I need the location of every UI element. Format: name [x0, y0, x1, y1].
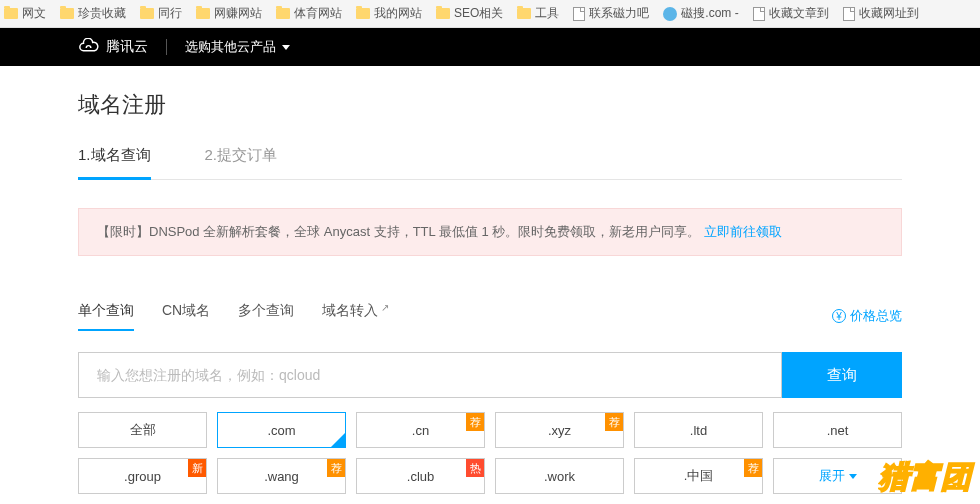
bookmark-label: 联系磁力吧 — [589, 5, 649, 22]
tld-option[interactable]: .xyz荐 — [495, 412, 624, 448]
tld-badge: 热 — [466, 459, 484, 477]
bookmark-item[interactable]: 工具 — [517, 5, 559, 22]
query-tab-label: 多个查询 — [238, 302, 294, 320]
nav-products-dropdown[interactable]: 选购其他云产品 — [185, 38, 290, 56]
tld-label: .group — [124, 469, 161, 484]
tld-badge: 荐 — [466, 413, 484, 431]
step-item[interactable]: 2.提交订单 — [205, 146, 278, 179]
price-overview-link[interactable]: ¥ 价格总览 — [832, 307, 902, 325]
page-icon — [753, 7, 765, 21]
tld-option[interactable]: .cn荐 — [356, 412, 485, 448]
bookmark-label: 珍贵收藏 — [78, 5, 126, 22]
bookmark-item[interactable]: 收藏文章到 — [753, 5, 829, 22]
step-item[interactable]: 1.域名查询 — [78, 146, 151, 179]
tld-option[interactable]: .group新 — [78, 458, 207, 494]
bookmarks-bar: 网文珍贵收藏同行网赚网站体育网站我的网站SEO相关工具联系磁力吧磁搜.com -… — [0, 0, 980, 28]
tld-option[interactable]: .ltd — [634, 412, 763, 448]
query-section: 单个查询CN域名多个查询域名转入↗ ¥ 价格总览 查询 全部.com.cn荐.x… — [78, 302, 902, 494]
folder-icon — [356, 8, 370, 19]
tld-label: .中国 — [684, 467, 714, 485]
folder-icon — [276, 8, 290, 19]
tld-option[interactable]: .club热 — [356, 458, 485, 494]
brand-text: 腾讯云 — [106, 38, 148, 56]
bookmark-label: 收藏文章到 — [769, 5, 829, 22]
search-button[interactable]: 查询 — [782, 352, 902, 398]
bookmark-item[interactable]: 体育网站 — [276, 5, 342, 22]
tencent-cloud-logo[interactable]: 腾讯云 — [78, 38, 148, 56]
tld-option[interactable]: .work — [495, 458, 624, 494]
bookmark-label: 收藏网址到 — [859, 5, 919, 22]
query-tab-label: 域名转入 — [322, 302, 378, 320]
cloud-icon — [78, 38, 100, 56]
tld-label: .ltd — [690, 423, 707, 438]
external-link-icon: ↗ — [381, 302, 389, 313]
tld-label: .wang — [264, 469, 299, 484]
bookmark-item[interactable]: 磁搜.com - — [663, 5, 738, 22]
registration-steps: 1.域名查询2.提交订单 — [78, 146, 902, 180]
yen-icon: ¥ — [832, 309, 846, 323]
query-tabs: 单个查询CN域名多个查询域名转入↗ — [78, 302, 389, 330]
tld-label: .cn — [412, 423, 429, 438]
promo-text: 【限时】DNSPod 全新解析套餐，全球 Anycast 支持，TTL 最低值 … — [97, 224, 700, 239]
query-tab[interactable]: 单个查询 — [78, 302, 134, 330]
expand-label: 展开 — [819, 467, 845, 485]
bookmark-label: 磁搜.com - — [681, 5, 738, 22]
page-icon — [843, 7, 855, 21]
folder-icon — [60, 8, 74, 19]
bookmark-item[interactable]: 联系磁力吧 — [573, 5, 649, 22]
price-link-label: 价格总览 — [850, 307, 902, 325]
query-tab[interactable]: 域名转入↗ — [322, 302, 389, 330]
bookmark-item[interactable]: SEO相关 — [436, 5, 503, 22]
chevron-down-icon — [282, 45, 290, 50]
bookmark-item[interactable]: 收藏网址到 — [843, 5, 919, 22]
tld-badge: 荐 — [327, 459, 345, 477]
tld-label: .work — [544, 469, 575, 484]
tld-label: .xyz — [548, 423, 571, 438]
folder-icon — [4, 8, 18, 19]
bookmark-item[interactable]: 网赚网站 — [196, 5, 262, 22]
favicon-icon — [663, 7, 677, 21]
top-navigation: 腾讯云 选购其他云产品 — [0, 28, 980, 66]
page-title: 域名注册 — [78, 90, 902, 120]
bookmark-item[interactable]: 我的网站 — [356, 5, 422, 22]
tld-option[interactable]: .wang荐 — [217, 458, 346, 494]
tld-label: .club — [407, 469, 434, 484]
chevron-down-icon — [849, 474, 857, 479]
folder-icon — [517, 8, 531, 19]
bookmark-item[interactable]: 珍贵收藏 — [60, 5, 126, 22]
bookmark-label: 工具 — [535, 5, 559, 22]
nav-divider — [166, 39, 167, 55]
nav-products-label: 选购其他云产品 — [185, 38, 276, 56]
query-tab-label: CN域名 — [162, 302, 210, 320]
tld-badge: 新 — [188, 459, 206, 477]
bookmark-label: 体育网站 — [294, 5, 342, 22]
tld-label: 全部 — [130, 421, 156, 439]
query-tabs-row: 单个查询CN域名多个查询域名转入↗ ¥ 价格总览 — [78, 302, 902, 330]
bookmark-label: 网赚网站 — [214, 5, 262, 22]
tld-option[interactable]: 全部 — [78, 412, 207, 448]
tld-option[interactable]: .中国荐 — [634, 458, 763, 494]
domain-search-input[interactable] — [78, 352, 782, 398]
tld-badge: 荐 — [744, 459, 762, 477]
bookmark-item[interactable]: 同行 — [140, 5, 182, 22]
tld-option[interactable]: .com — [217, 412, 346, 448]
folder-icon — [140, 8, 154, 19]
tld-grid: 全部.com.cn荐.xyz荐.ltd.net.group新.wang荐.clu… — [78, 412, 902, 494]
domain-search-row: 查询 — [78, 352, 902, 398]
tld-option[interactable]: .net — [773, 412, 902, 448]
page-icon — [573, 7, 585, 21]
bookmark-label: 网文 — [22, 5, 46, 22]
tld-expand-button[interactable]: 展开 — [773, 458, 902, 494]
page-content: 域名注册 1.域名查询2.提交订单 【限时】DNSPod 全新解析套餐，全球 A… — [0, 66, 980, 494]
tld-badge: 荐 — [605, 413, 623, 431]
bookmark-label: SEO相关 — [454, 5, 503, 22]
folder-icon — [196, 8, 210, 19]
bookmark-item[interactable]: 网文 — [4, 5, 46, 22]
query-tab[interactable]: 多个查询 — [238, 302, 294, 330]
bookmark-label: 我的网站 — [374, 5, 422, 22]
promo-link[interactable]: 立即前往领取 — [704, 224, 782, 239]
query-tab[interactable]: CN域名 — [162, 302, 210, 330]
promo-banner: 【限时】DNSPod 全新解析套餐，全球 Anycast 支持，TTL 最低值 … — [78, 208, 902, 256]
bookmark-label: 同行 — [158, 5, 182, 22]
folder-icon — [436, 8, 450, 19]
